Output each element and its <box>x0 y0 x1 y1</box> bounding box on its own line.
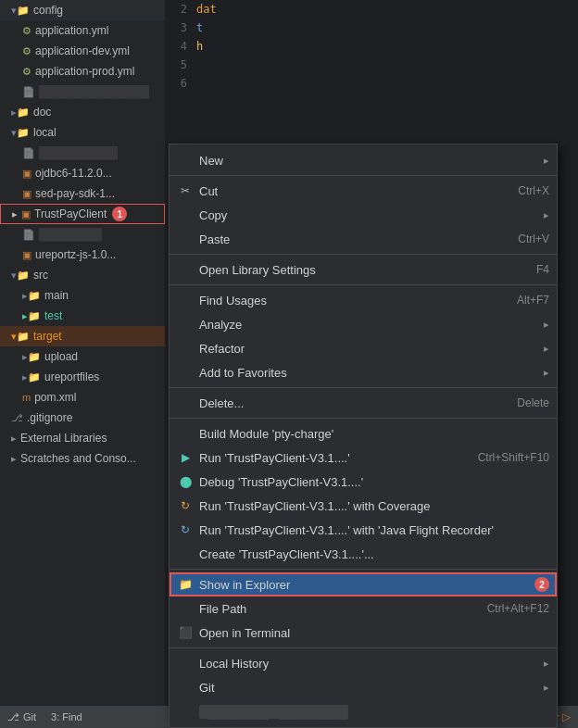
menu-item-delete[interactable]: Delete... Delete <box>170 391 557 415</box>
code-line-4: h <box>193 37 578 56</box>
yaml-icon: ⚙ <box>22 25 31 37</box>
tree-item-local[interactable]: ▾📁 local <box>0 122 165 143</box>
jfr-icon: ↻ <box>177 523 194 536</box>
menu-item-more[interactable]: R███████ R████████ <box>170 699 557 723</box>
menu-item-run-coverage[interactable]: ↻ Run 'TrustPayClient-V3.1....' with Cov… <box>170 494 557 518</box>
menu-item-open-lib[interactable]: Open Library Settings F4 <box>170 257 557 282</box>
tree-item-src[interactable]: ▾📁 src <box>0 265 165 285</box>
menu-label-paste: Paste <box>199 232 499 246</box>
menu-item-add-fav[interactable]: Add to Favorites ▸ <box>170 360 557 384</box>
code-line-5 <box>193 56 578 74</box>
menu-item-new[interactable]: New ▸ <box>170 148 557 172</box>
menu-item-find-usages[interactable]: Find Usages Alt+F7 <box>170 288 557 312</box>
git-icon: ⎇ <box>11 412 23 424</box>
tree-item-ext-libs[interactable]: ▸ External Libraries <box>0 428 165 448</box>
code-line-2: dat <box>193 0 578 19</box>
tree-item-scratches[interactable]: ▸ Scratches and Conso... <box>0 448 165 469</box>
tree-item-trustpay[interactable]: ▸ ▣ TrustPayClient 1 <box>0 204 165 224</box>
tree-item-sed-pay[interactable]: ▣ sed-pay-sdk-1... <box>0 183 165 204</box>
menu-item-show-explorer[interactable]: 📁 Show in Explorer 2 <box>170 572 557 596</box>
tree-item-app-yml[interactable]: ⚙ application.yml <box>0 20 165 41</box>
context-menu: New ▸ ✂ Cut Ctrl+X Copy ▸ Paste Ctrl+V O… <box>169 144 558 728</box>
menu-item-analyze[interactable]: Analyze ▸ <box>170 312 557 336</box>
tree-label-blur: ████████ <box>39 228 102 241</box>
arrow-icon: ▸ <box>544 343 549 355</box>
menu-label-add-fav: Add to Favorites <box>199 366 536 380</box>
line-num-6: 6 <box>165 74 193 93</box>
tree-item-blur1[interactable]: 📄 ██████████████ <box>0 82 165 102</box>
menu-label-refactor: Refactor <box>199 342 536 356</box>
code-line-6 <box>193 74 578 93</box>
folder-icon: ▸📁 <box>11 107 30 119</box>
tree-item-app-dev-yml[interactable]: ⚙ application-dev.yml <box>0 41 165 61</box>
tree-item-ojdbc[interactable]: ▣ ojdbc6-11.2.0... <box>0 163 165 183</box>
jar-icon: ▣ <box>22 168 31 180</box>
menu-item-run[interactable]: ▶ Run 'TrustPayClient-V3.1....' Ctrl+Shi… <box>170 446 557 470</box>
separator <box>170 284 557 285</box>
tree-item-doc[interactable]: ▸📁 doc <box>0 102 165 122</box>
menu-item-cut[interactable]: ✂ Cut Ctrl+X <box>170 179 557 203</box>
menu-label-more: R███████ R████████ <box>199 705 549 719</box>
tree-label: pom.xml <box>34 391 76 404</box>
tree-item-app-prod-yml[interactable]: ⚙ application-prod.yml <box>0 61 165 82</box>
menu-label-show-explorer: Show in Explorer <box>199 578 529 592</box>
menu-item-open-terminal[interactable]: ⬛ Open in Terminal <box>170 621 557 645</box>
tree-item-ureportfiles[interactable]: ▸📁 ureportfiles <box>0 367 165 387</box>
tree-item-config[interactable]: ▾📁 config <box>0 0 165 20</box>
tree-item-ureportz[interactable]: ▣ ureportz-js-1.0... <box>0 245 165 265</box>
tree-item-pom[interactable]: m pom.xml <box>0 387 165 408</box>
lib-icon: ▸ <box>11 433 17 445</box>
menu-label-git: Git <box>199 681 536 695</box>
folder-icon: ▸📁 <box>22 290 41 302</box>
code-token: dat <box>196 3 217 16</box>
menu-label-local-history: Local History <box>199 657 536 671</box>
tree-item-target[interactable]: ▾📁 target <box>0 326 165 346</box>
tree-label: config <box>33 4 63 17</box>
explorer-icon: 📁 <box>177 578 194 591</box>
menu-item-refactor[interactable]: Refactor ▸ <box>170 336 557 360</box>
tree-item-test[interactable]: ▸📁 test <box>0 306 165 326</box>
code-line-3: t <box>193 19 578 37</box>
line-numbers: 2 3 4 5 6 <box>165 0 193 93</box>
line-num-2: 2 <box>165 0 193 19</box>
file-icon: 📄 <box>22 147 35 159</box>
tree-item-main[interactable]: ▸📁 main <box>0 285 165 306</box>
tree-label: sed-pay-sdk-1... <box>35 187 115 200</box>
tree-label: main <box>44 289 69 302</box>
status-find-label: 3: Find <box>51 711 82 722</box>
code-token: t <box>196 21 203 34</box>
tree-item-blur3[interactable]: 📄 ████████ <box>0 224 165 245</box>
status-git[interactable]: ⎇ Git <box>7 711 36 723</box>
menu-item-paste[interactable]: Paste Ctrl+V <box>170 227 557 251</box>
tree-item-blur2[interactable]: 📄 ██████████ <box>0 143 165 163</box>
menu-item-run-jfr[interactable]: ↻ Run 'TrustPayClient-V3.1....' with 'Ja… <box>170 518 557 542</box>
menu-label-copy: Copy <box>199 208 536 222</box>
menu-item-local-history[interactable]: Local History ▸ <box>170 651 557 675</box>
menu-label-debug: Debug 'TrustPayClient-V3.1....' <box>199 475 549 489</box>
expand-icon: ▸ <box>12 208 18 220</box>
java-icon: ▣ <box>21 208 31 220</box>
coverage-icon: ↻ <box>177 499 194 512</box>
status-find[interactable]: 3: Find <box>51 711 82 722</box>
tree-label-blur: ██████████ <box>39 146 118 159</box>
arrow-icon: ▸ <box>544 209 549 221</box>
separator <box>170 647 557 648</box>
menu-item-debug[interactable]: ⬤ Debug 'TrustPayClient-V3.1....' <box>170 470 557 494</box>
folder-icon: ▾📁 <box>11 127 30 139</box>
menu-item-file-path[interactable]: File Path Ctrl+Alt+F12 <box>170 596 557 621</box>
tree-label: ureportz-js-1.0... <box>35 248 116 261</box>
separator <box>170 418 557 419</box>
menu-item-create[interactable]: Create 'TrustPayClient-V3.1....'... <box>170 542 557 566</box>
tree-label: Scratches and Conso... <box>20 452 136 465</box>
line-num-5: 5 <box>165 56 193 74</box>
jar-icon: ▣ <box>22 188 31 200</box>
tree-item-upload[interactable]: ▸📁 upload <box>0 346 165 367</box>
folder-icon: ▾📁 <box>11 270 30 282</box>
menu-item-git[interactable]: Git ▸ <box>170 675 557 699</box>
tree-item-gitignore[interactable]: ⎇ .gitignore <box>0 408 165 428</box>
menu-item-build[interactable]: Build Module 'pty-charge' <box>170 421 557 446</box>
yaml-icon: ⚙ <box>22 66 31 78</box>
shortcut-file-path: Ctrl+Alt+F12 <box>487 602 549 615</box>
cut-icon: ✂ <box>177 184 194 197</box>
menu-item-copy[interactable]: Copy ▸ <box>170 203 557 227</box>
